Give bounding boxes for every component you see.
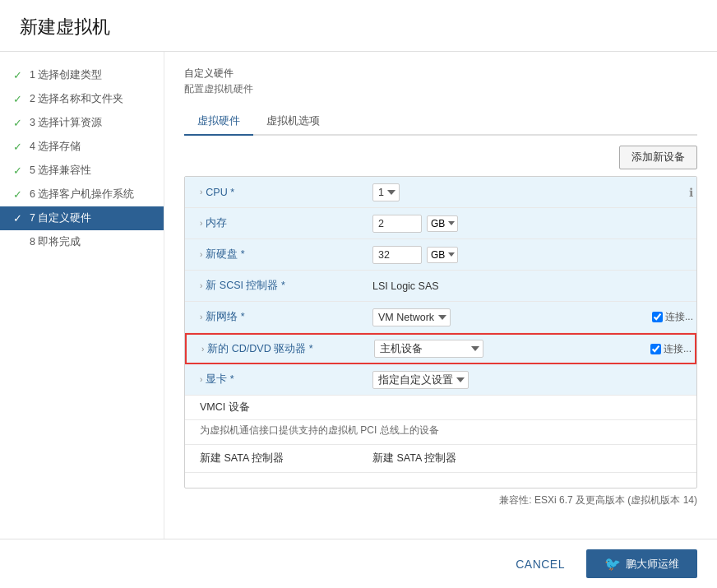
add-device-button[interactable]: 添加新设备 [619, 146, 697, 169]
dialog-title: 新建虚拟机 [20, 15, 697, 39]
sidebar-item-label: 8 即将完成 [30, 235, 81, 249]
sata-row: 新建 SATA 控制器 新建 SATA 控制器 [185, 445, 696, 473]
network-row-value: VM Network [366, 303, 631, 331]
cpu-row-name: › CPU * [185, 182, 366, 203]
cddvd-label: 新的 CD/DVD 驱动器 * [207, 342, 312, 356]
display-select[interactable]: 指定自定义设置 [372, 371, 469, 389]
network-connect-label: 连接... [665, 310, 693, 324]
scsi-row-value: LSI Logic SAS [366, 275, 631, 297]
display-row: › 显卡 * 指定自定义设置 [185, 364, 696, 396]
display-row-value: 指定自定义设置 [366, 366, 631, 394]
network-select[interactable]: VM Network [372, 308, 451, 326]
memory-unit-select[interactable]: GB MB [427, 215, 458, 232]
sidebar-item-step2[interactable]: ✓2 选择名称和文件夹 [0, 87, 164, 111]
section-sublabel: 配置虚拟机硬件 [184, 82, 697, 96]
check-icon: ✓ [13, 188, 25, 201]
network-row: › 新网络 * VM Network 连接... [185, 302, 696, 333]
check-icon: ✓ [13, 117, 25, 129]
network-connect-group: 连接... [652, 310, 693, 324]
sata-row-name: 新建 SATA 控制器 [185, 447, 366, 470]
next-button[interactable]: 🐦 鹏大师运维 [586, 549, 697, 578]
tab-content: 添加新设备 › CPU * 1 2 4 [184, 146, 697, 524]
display-row-name: › 显卡 * [185, 368, 366, 391]
check-icon: ✓ [13, 69, 25, 81]
hdd-unit-select[interactable]: GB MB TB [427, 247, 458, 263]
dialog-header: 新建虚拟机 [0, 0, 717, 52]
network-connect-checkbox[interactable] [652, 312, 663, 322]
hardware-table: › CPU * 1 2 4 8 ℹ [184, 176, 697, 488]
section-label: 自定义硬件 [184, 67, 697, 81]
memory-row-value: GB MB [366, 210, 631, 238]
new-hdd-row-value: GB MB TB [366, 241, 631, 269]
cddvd-select[interactable]: 主机设备 客户端设备 数据存储 ISO 文件 [374, 340, 483, 358]
sidebar-item-step5[interactable]: ✓5 选择兼容性 [0, 159, 164, 183]
display-label: 显卡 * [206, 373, 234, 387]
cddvd-row: › 新的 CD/DVD 驱动器 * 主机设备 客户端设备 数据存储 ISO 文件 [185, 333, 696, 364]
sidebar-item-label: 3 选择计算资源 [30, 116, 102, 130]
new-hdd-label: 新硬盘 * [206, 248, 244, 262]
info-icon[interactable]: ℹ [689, 186, 693, 199]
memory-row-extra [631, 219, 696, 229]
cddvd-connect-label: 连接... [664, 342, 692, 356]
new-hdd-row-extra [631, 250, 696, 260]
sidebar-item-label: 7 自定义硬件 [30, 211, 91, 225]
tab-virtual-hardware[interactable]: 虚拟硬件 [184, 108, 253, 136]
network-row-name: › 新网络 * [185, 305, 366, 329]
cddvd-row-name: › 新的 CD/DVD 驱动器 * [187, 337, 368, 361]
chevron-icon: › [200, 188, 202, 197]
cpu-select[interactable]: 1 2 4 8 [372, 183, 400, 201]
cpu-row: › CPU * 1 2 4 8 ℹ [185, 177, 696, 208]
tab-vm-options[interactable]: 虚拟机选项 [253, 108, 333, 136]
sidebar-item-label: 1 选择创建类型 [30, 68, 102, 82]
scsi-value: LSI Logic SAS [372, 280, 439, 292]
check-icon: ✓ [13, 93, 25, 105]
scsi-row-extra [631, 281, 696, 291]
cpu-row-extra: ℹ [631, 181, 696, 204]
memory-input[interactable] [372, 215, 422, 233]
vmci-desc: 为虚拟机通信接口提供支持的虚拟机 PCI 总线上的设备 [185, 420, 696, 445]
check-icon: ✓ [13, 141, 25, 153]
vmci-label: VMCI 设备 [185, 396, 696, 420]
hdd-size-input[interactable] [372, 246, 422, 264]
sidebar-item-step7[interactable]: ✓7 自定义硬件 [0, 206, 164, 230]
chevron-icon: › [200, 250, 202, 259]
sidebar-item-step1[interactable]: ✓1 选择创建类型 [0, 63, 164, 87]
cpu-label: CPU * [206, 187, 234, 198]
chevron-icon: › [200, 375, 202, 384]
scsi-row: › 新 SCSI 控制器 * LSI Logic SAS [185, 271, 696, 302]
sidebar-item-step4[interactable]: ✓4 选择存储 [0, 135, 164, 159]
memory-row: › 内存 GB MB [185, 208, 696, 239]
sidebar-item-step3[interactable]: ✓3 选择计算资源 [0, 111, 164, 135]
memory-row-name: › 内存 [185, 211, 366, 235]
sata-row-value: 新建 SATA 控制器 [366, 447, 696, 470]
network-row-extra: 连接... [631, 305, 696, 329]
dialog-body: ✓1 选择创建类型✓2 选择名称和文件夹✓3 选择计算资源✓4 选择存储✓5 选… [0, 52, 717, 539]
check-icon: ✓ [13, 164, 25, 177]
network-label: 新网络 * [206, 310, 244, 324]
new-hdd-row: › 新硬盘 * GB MB TB [185, 239, 696, 271]
memory-label: 内存 [206, 216, 227, 230]
sidebar-item-step6[interactable]: ✓6 选择客户机操作系统 [0, 183, 164, 206]
chevron-icon: › [201, 345, 204, 354]
main-content: 自定义硬件 配置虚拟机硬件 虚拟硬件 虚拟机选项 添加新设备 › [164, 52, 717, 539]
cpu-row-value: 1 2 4 8 [366, 178, 631, 206]
dialog-footer: CANCEL 🐦 鹏大师运维 [0, 539, 717, 588]
sidebar-item-label: 6 选择客户机操作系统 [30, 188, 134, 201]
next-label: 鹏大师运维 [626, 557, 679, 572]
sidebar-item-label: 5 选择兼容性 [30, 164, 91, 178]
cddvd-connect-checkbox[interactable] [650, 344, 661, 354]
sidebar-item-label: 2 选择名称和文件夹 [30, 92, 123, 106]
add-device-btn-row: 添加新设备 [184, 146, 697, 169]
scsi-label: 新 SCSI 控制器 * [206, 279, 284, 293]
tabs: 虚拟硬件 虚拟机选项 [184, 108, 697, 136]
sidebar-item-label: 4 选择存储 [30, 140, 81, 154]
sidebar-item-step8[interactable]: 8 即将完成 [0, 230, 164, 254]
cddvd-row-extra: 连接... [629, 337, 695, 361]
chevron-icon: › [200, 219, 202, 228]
sidebar: ✓1 选择创建类型✓2 选择名称和文件夹✓3 选择计算资源✓4 选择存储✓5 选… [0, 52, 164, 539]
chevron-icon: › [200, 313, 202, 322]
cancel-button[interactable]: CANCEL [502, 551, 578, 577]
scsi-row-name: › 新 SCSI 控制器 * [185, 274, 366, 298]
new-hdd-row-name: › 新硬盘 * [185, 243, 366, 266]
dialog: 新建虚拟机 ✓1 选择创建类型✓2 选择名称和文件夹✓3 选择计算资源✓4 选择… [0, 0, 717, 588]
